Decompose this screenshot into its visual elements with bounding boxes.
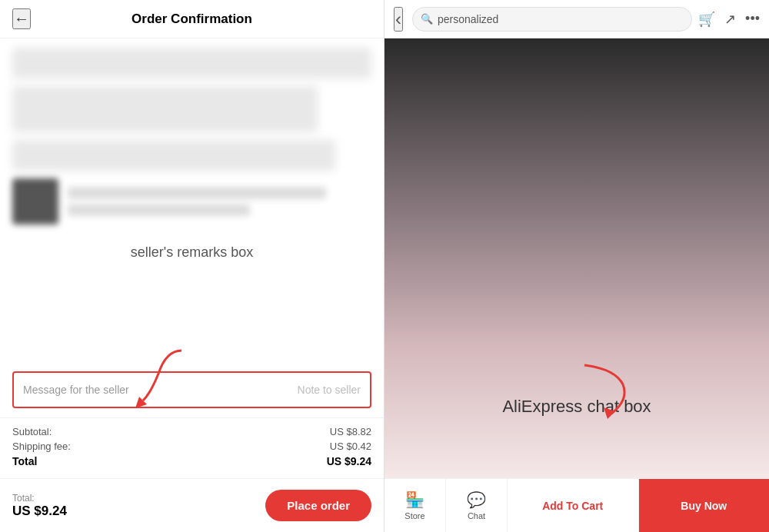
- chat-tab[interactable]: 💬 Chat: [446, 479, 508, 532]
- blur-block-1: [12, 48, 371, 78]
- left-panel: ← Order Confirmation seller's remarks bo…: [0, 0, 384, 532]
- more-icon-button[interactable]: •••: [745, 11, 760, 27]
- shipping-row: Shipping fee: US $0.42: [12, 441, 371, 452]
- blur-avatar: [12, 178, 58, 224]
- place-order-button[interactable]: Place order: [265, 490, 371, 521]
- blur-text-group: [68, 187, 371, 216]
- page-title: Order Confirmation: [131, 12, 252, 27]
- message-placeholder-right: Note to seller: [298, 384, 361, 396]
- arrow-annotation-left: [120, 343, 212, 412]
- total-prefix: Total:: [12, 493, 67, 504]
- order-summary: Subtotal: US $8.82 Shipping fee: US $0.4…: [0, 417, 384, 478]
- chat-icon: 💬: [467, 490, 486, 509]
- chat-label: Chat: [468, 511, 485, 520]
- store-label: Store: [404, 511, 424, 520]
- right-back-button[interactable]: ‹: [394, 7, 403, 32]
- blur-line-2: [68, 204, 250, 216]
- share-icon-button[interactable]: ↗: [724, 11, 736, 28]
- right-bottom-bar: 🏪 Store 💬 Chat Add To Cart Buy Now: [384, 478, 769, 532]
- blur-block-3: [12, 140, 335, 171]
- product-image-area: AliExpress chat box: [384, 38, 769, 478]
- header-icons: 🛒 ↗ •••: [698, 11, 760, 28]
- cart-icon-button[interactable]: 🛒: [698, 11, 715, 28]
- blur-product-row: [12, 178, 371, 224]
- buy-now-button[interactable]: Buy Now: [639, 479, 770, 532]
- total-value: US $9.24: [327, 455, 371, 467]
- seller-message-section: Message for the seller Note to seller: [0, 371, 384, 417]
- blur-block-2: [12, 86, 318, 132]
- search-bar[interactable]: 🔍 personalized: [412, 7, 692, 32]
- left-header: ← Order Confirmation: [0, 0, 384, 38]
- search-text: personalized: [438, 13, 498, 25]
- subtotal-value: US $8.82: [330, 426, 371, 437]
- total-display: Total: US $9.24: [12, 493, 67, 519]
- arrow-annotation-right: [561, 361, 638, 426]
- total-label: Total: [12, 455, 37, 467]
- right-header: ‹ 🔍 personalized 🛒 ↗ •••: [384, 0, 769, 38]
- shipping-value: US $0.42: [330, 441, 371, 452]
- left-bottom-bar: Total: US $9.24 Place order: [0, 478, 384, 532]
- back-button[interactable]: ←: [12, 8, 31, 29]
- right-arrow-svg: [561, 361, 638, 423]
- blurred-content-area: seller's remarks box: [0, 38, 384, 371]
- remarks-label: seller's remarks box: [12, 232, 371, 270]
- blur-line-1: [68, 187, 326, 199]
- total-row: Total US $9.24: [12, 455, 371, 467]
- subtotal-label: Subtotal:: [12, 426, 52, 437]
- right-panel: ‹ 🔍 personalized 🛒 ↗ ••• AliExpress chat…: [384, 0, 769, 532]
- subtotal-row: Subtotal: US $8.82: [12, 426, 371, 437]
- store-tab[interactable]: 🏪 Store: [384, 479, 446, 532]
- total-amount: US $9.24: [12, 504, 67, 519]
- shipping-label: Shipping fee:: [12, 441, 71, 452]
- message-placeholder-left: Message for the seller: [23, 384, 129, 396]
- add-to-cart-button[interactable]: Add To Cart: [508, 479, 639, 532]
- search-icon: 🔍: [421, 13, 433, 25]
- store-icon: 🏪: [405, 490, 424, 509]
